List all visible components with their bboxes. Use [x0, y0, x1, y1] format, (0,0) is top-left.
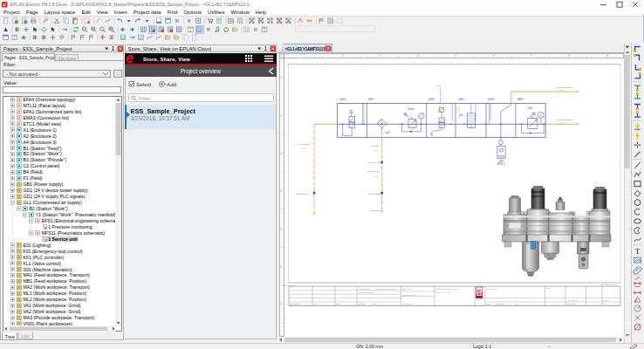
svg-text:T: T — [635, 247, 641, 256]
